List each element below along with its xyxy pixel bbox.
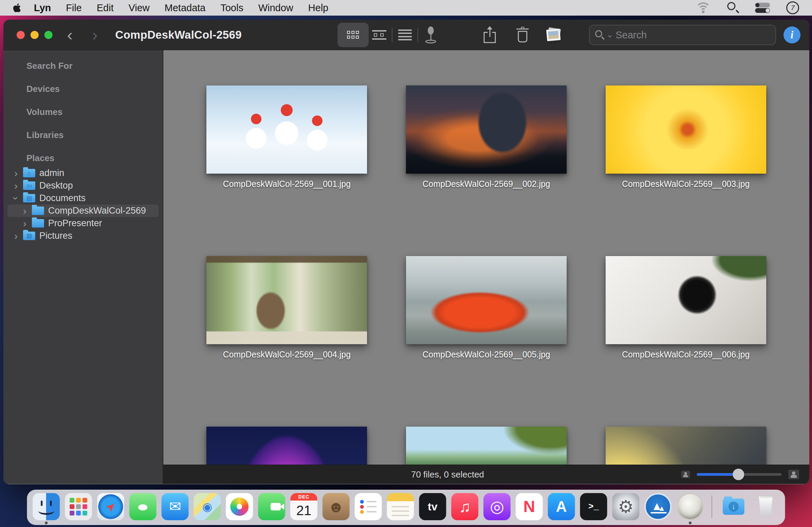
- dock-item-safari[interactable]: ➤: [97, 493, 125, 520]
- map-pin-button[interactable]: [420, 23, 441, 47]
- sidebar-item-admin[interactable]: ›⌂admin: [3, 167, 163, 180]
- control-center-icon[interactable]: [755, 3, 770, 13]
- sidebar-section-search-for: Search For: [3, 59, 163, 73]
- dock-item-contacts[interactable]: ☻: [323, 493, 350, 520]
- dock-item-maps[interactable]: ◉: [194, 493, 221, 520]
- filmstrip-view-button[interactable]: [369, 23, 390, 47]
- running-indicator: [689, 522, 692, 524]
- download-folder: ↓: [723, 499, 744, 515]
- search-scope-chevron-icon[interactable]: ⌄: [607, 30, 613, 39]
- dock-item-music[interactable]: ♫: [451, 493, 479, 520]
- search-input[interactable]: [615, 29, 770, 41]
- zoom-out-thumbnail-icon[interactable]: [681, 471, 690, 478]
- menu-items: FileEditViewMetadataToolsWindowHelp: [58, 2, 336, 14]
- menu-item-view[interactable]: View: [121, 2, 157, 14]
- sidebar-section-volumes: Volumes: [3, 105, 163, 119]
- status-bar: 70 files, 0 selected: [163, 465, 809, 484]
- zoom-in-thumbnail-icon[interactable]: [788, 470, 799, 479]
- dock-item-notes[interactable]: [387, 493, 414, 520]
- appletv-glyph: tv: [428, 501, 437, 512]
- sidebar-item-compdeskwalcol-2569[interactable]: ›CompDeskWalCol-2569: [3, 204, 163, 217]
- dock-item-appstore[interactable]: A: [548, 493, 575, 520]
- file-name: CompDeskWalCol-2569__004.jpg: [206, 350, 367, 359]
- file-thumbnail[interactable]: [406, 256, 567, 344]
- back-button[interactable]: ‹: [67, 27, 73, 43]
- chevron-right-icon[interactable]: ›: [20, 217, 30, 230]
- clock-icon[interactable]: 7: [786, 1, 799, 14]
- menu-item-window[interactable]: Window: [251, 2, 301, 14]
- menu-item-file[interactable]: File: [58, 2, 89, 14]
- file-thumbnail[interactable]: [606, 85, 766, 174]
- chevron-right-icon[interactable]: ›: [11, 230, 21, 242]
- minimize-button[interactable]: [30, 31, 39, 39]
- menu-item-help[interactable]: Help: [301, 2, 336, 14]
- sidebar-item-desktop[interactable]: ›▭Desktop: [3, 180, 163, 192]
- chevron-right-icon[interactable]: ›: [20, 204, 30, 217]
- menu-app-name[interactable]: Lyn: [26, 2, 58, 14]
- dock-item-news[interactable]: N: [516, 493, 543, 520]
- dock-item-facetime[interactable]: [258, 493, 285, 520]
- appstore-icon: A: [548, 493, 575, 520]
- dock-item-appletv[interactable]: tv: [419, 493, 446, 520]
- apple-menu-icon[interactable]: [13, 3, 21, 13]
- folder-icon: [32, 206, 44, 215]
- forward-button[interactable]: ›: [92, 27, 98, 43]
- share-button[interactable]: [478, 23, 502, 47]
- menu-item-metadata[interactable]: Metadata: [157, 2, 213, 14]
- file-thumbnail[interactable]: [206, 256, 367, 344]
- chevron-right-icon[interactable]: ›: [11, 167, 21, 180]
- file-thumbnail[interactable]: [406, 85, 567, 174]
- info-button[interactable]: i: [784, 26, 800, 43]
- folder-badge-icon: [32, 206, 44, 215]
- folder-icon: ⌂: [23, 169, 35, 177]
- trash-icon: [752, 493, 780, 520]
- dock-item-mail[interactable]: ✉: [162, 493, 189, 520]
- zoom-button[interactable]: [44, 31, 53, 39]
- sidebar-item-pictures[interactable]: ›▨Pictures: [3, 230, 163, 242]
- thumbnail-size-slider[interactable]: [697, 473, 782, 476]
- trash-button[interactable]: [510, 23, 535, 47]
- dock-item-finder[interactable]: [33, 493, 60, 520]
- sidebar: Search ForDevicesVolumesLibrariesPlaces›…: [3, 50, 163, 484]
- terminal-glyph: >_: [588, 502, 599, 511]
- file-cell: CompDeskWalCol-2569__002.jpg: [406, 85, 567, 189]
- file-name: CompDeskWalCol-2569__002.jpg: [406, 179, 567, 189]
- file-cell: CompDeskWalCol-2569__004.jpg: [206, 256, 367, 359]
- photos-icon: [226, 493, 253, 520]
- menu-item-tools[interactable]: Tools: [213, 2, 251, 14]
- dock-item-trash[interactable]: [752, 493, 780, 520]
- news-glyph: N: [523, 499, 535, 515]
- dock-item-terminal[interactable]: >_: [580, 493, 607, 520]
- dock-item-launchpad[interactable]: [65, 493, 92, 520]
- list-view-button[interactable]: [394, 23, 416, 47]
- dock-item-photos[interactable]: [226, 493, 253, 520]
- close-button[interactable]: [17, 31, 25, 39]
- menu-item-edit[interactable]: Edit: [89, 2, 121, 14]
- file-thumbnail[interactable]: [606, 256, 766, 344]
- dock-item-podcasts[interactable]: ◎: [483, 493, 511, 520]
- chevron-right-icon[interactable]: ›: [11, 180, 21, 192]
- spotlight-search-icon[interactable]: [727, 2, 739, 14]
- lyn-window: ‹ › CompDeskWalCol-2569: [3, 20, 809, 484]
- lyn-icon: [677, 493, 704, 520]
- dock-item-calendar[interactable]: DEC21: [290, 493, 318, 520]
- search-field[interactable]: ⌄: [589, 25, 776, 45]
- dock-item-downloads[interactable]: ↓: [720, 493, 747, 520]
- dock-item-messages[interactable]: ●: [129, 493, 157, 520]
- sidebar-item-propresenter[interactable]: ›ProPresenter: [3, 217, 163, 230]
- file-thumbnail[interactable]: [206, 85, 367, 174]
- terminal-icon: >_: [580, 493, 607, 520]
- folder-badge-icon: ▭: [23, 182, 35, 190]
- wifi-icon[interactable]: [695, 2, 711, 13]
- toolbar-separator: [418, 28, 418, 42]
- sidebar-item-documents[interactable]: ›▤Documents: [3, 192, 163, 204]
- dock-item-reminders[interactable]: [355, 493, 382, 520]
- dock-item-system-preferences[interactable]: ⚙: [612, 493, 639, 520]
- dock-item-lyn[interactable]: [677, 493, 704, 520]
- podcasts-glyph: ◎: [490, 499, 504, 515]
- grid-view-button[interactable]: [337, 23, 369, 47]
- slider-knob[interactable]: [733, 469, 744, 480]
- slideshow-button[interactable]: [541, 23, 566, 47]
- dock-item-mountain-app[interactable]: ▲▲: [644, 493, 672, 520]
- chevron-down-icon[interactable]: ›: [10, 193, 23, 203]
